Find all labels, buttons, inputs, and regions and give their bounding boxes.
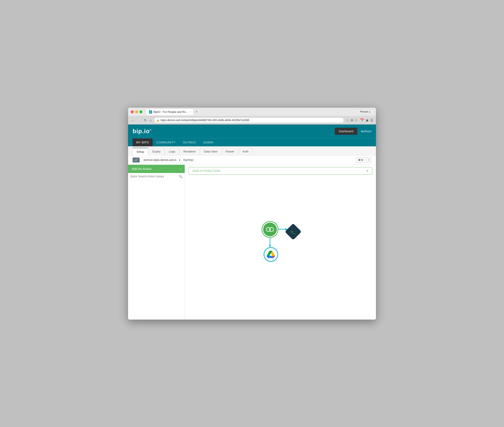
main-content: Add An Action › 🔍 ADD A FUNCTION ▾ — [128, 165, 376, 320]
source-icon — [265, 225, 274, 234]
link-icon: 🔗 — [134, 158, 138, 162]
flow-diagram: >_ — [262, 222, 308, 267]
moon-button[interactable]: ☾ — [355, 118, 359, 122]
menu-button[interactable]: ☰ — [370, 118, 374, 122]
extensions-button[interactable]: ⚙ — [350, 118, 354, 122]
traffic-lights — [131, 110, 142, 113]
nav-item-outbox[interactable]: OUTBOX — [179, 138, 200, 146]
url-close-btn[interactable]: × — [366, 157, 371, 163]
nav-item-community[interactable]: COMMUNITY — [153, 138, 179, 146]
tab-logs[interactable]: Logs — [165, 148, 179, 155]
add-function-label: ADD A FUNCTION — [193, 169, 220, 173]
lock-icon: 🔒 — [156, 119, 159, 122]
close-button[interactable] — [131, 110, 134, 113]
url-path-bar: 🔗 techcon.bipio.demos.wot.io /bip/http/ … — [128, 155, 376, 165]
tab-renderer[interactable]: Renderer — [179, 148, 200, 155]
tabs-row: Setup Expiry Logs Renderer Data View Par… — [128, 146, 376, 155]
title-bar: b BipIO - For People and Ro... × + Perso… — [128, 108, 376, 116]
domain-select[interactable]: techcon.bipio.demos.wot.io — [141, 157, 181, 163]
browser-tab[interactable]: b BipIO - For People and Ro... × — [146, 109, 193, 115]
home-button[interactable]: ⌂ — [149, 118, 153, 122]
gdrive-node[interactable] — [264, 247, 278, 262]
profile-button[interactable]: ◉ — [365, 118, 369, 122]
address-bar: ← → ↻ ⌂ 🔒 bipio.demos.wot.io/dash#/bipio… — [128, 116, 376, 124]
url-text: bipio.demos.wot.io/dash#/bipio/44b68738-… — [161, 119, 249, 122]
add-action-button[interactable]: Add An Action › — [128, 165, 185, 173]
search-bar: 🔍 — [128, 173, 185, 180]
add-action-label: Add An Action — [132, 167, 151, 171]
gdrive-icon — [267, 250, 275, 259]
add-action-arrow-icon: › — [180, 167, 181, 171]
svg-point-5 — [269, 227, 274, 231]
arrow-down — [268, 237, 272, 248]
url-path-actions: ⚙ ▾ × — [356, 157, 371, 163]
tab-parser[interactable]: Parser — [222, 148, 238, 155]
source-node[interactable] — [262, 222, 278, 237]
search-icon-btn[interactable]: 🔍 — [179, 175, 182, 178]
tab-close-button[interactable]: × — [189, 111, 191, 113]
settings-dropdown-btn[interactable]: ⚙ ▾ — [356, 157, 365, 163]
add-function-icon: ▾ — [367, 169, 369, 173]
tab-expiry[interactable]: Expiry — [148, 148, 164, 155]
forward-button[interactable]: → — [137, 118, 142, 122]
tab-bar: b BipIO - For People and Ro... × + — [146, 109, 356, 115]
tab-title: BipIO - For People and Ro... — [154, 110, 188, 114]
add-function-bar[interactable]: ADD A FUNCTION ▾ — [189, 167, 372, 175]
app-header: bip.io® Dashboard techcon — [128, 124, 376, 138]
tab-auth[interactable]: Auth — [239, 148, 252, 155]
url-separator: /bip/http/ — [183, 158, 193, 162]
browser-window: b BipIO - For People and Ro... × + Perso… — [128, 108, 376, 320]
terminal-icon: >_ — [291, 229, 295, 234]
tab-dataview[interactable]: Data View — [200, 148, 221, 155]
tab-setup[interactable]: Setup — [133, 148, 148, 155]
url-path-input[interactable]: bbsmartworx-data — [195, 158, 354, 162]
dropdown-icon: ▾ — [361, 158, 363, 162]
new-tab-button[interactable]: + — [193, 109, 199, 115]
terminal-node[interactable]: >_ — [285, 223, 302, 240]
domain-select-wrapper: techcon.bipio.demos.wot.io — [141, 157, 181, 163]
address-icons: ☆ ⚙ ☾ 📅 ◉ ☰ — [345, 118, 374, 122]
nav-item-admin[interactable]: ADMIN — [200, 138, 217, 146]
user-name: techcon — [361, 130, 371, 133]
maximize-button[interactable] — [139, 110, 142, 113]
nav-bar: MY BIPS COMMUNITY OUTBOX ADMIN — [128, 138, 376, 146]
search-icon: 🔍 — [179, 175, 182, 178]
canvas-area: ADD A FUNCTION ▾ — [185, 165, 376, 320]
gear-icon: ⚙ — [358, 158, 361, 162]
reload-button[interactable]: ↻ — [143, 118, 148, 122]
tab-favicon: b — [149, 110, 152, 114]
sidebar: Add An Action › 🔍 — [128, 165, 185, 320]
url-bar[interactable]: 🔒 bipio.demos.wot.io/dash#/bipio/44b6873… — [154, 117, 344, 123]
star-button[interactable]: ☆ — [345, 118, 349, 122]
search-input[interactable] — [130, 175, 178, 178]
dashboard-button[interactable]: Dashboard — [335, 128, 357, 135]
calendar-button[interactable]: 📅 — [360, 118, 364, 122]
person-badge: Person 1 — [357, 109, 373, 114]
url-path-icon-btn[interactable]: 🔗 — [133, 158, 140, 162]
app-logo: bip.io® — [133, 128, 152, 135]
back-button[interactable]: ← — [130, 118, 135, 122]
nav-item-mybips[interactable]: MY BIPS — [133, 138, 153, 146]
minimize-button[interactable] — [135, 110, 138, 113]
